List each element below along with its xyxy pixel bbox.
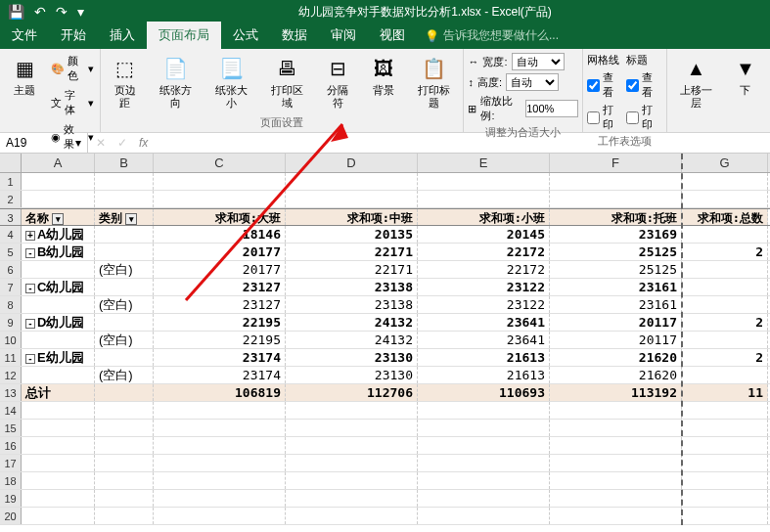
- row-header[interactable]: 20: [0, 508, 22, 524]
- cell[interactable]: 18146: [154, 226, 286, 243]
- row-header[interactable]: 5: [0, 244, 22, 260]
- cell[interactable]: [286, 455, 418, 471]
- cell[interactable]: [22, 261, 95, 278]
- cell[interactable]: 22171: [286, 261, 418, 278]
- cell[interactable]: [418, 437, 550, 454]
- cell[interactable]: [286, 472, 418, 489]
- colors-button[interactable]: 🎨颜色 ▾: [49, 53, 96, 84]
- row-header[interactable]: 4: [0, 226, 22, 243]
- cell[interactable]: 23122: [418, 279, 550, 295]
- cell[interactable]: 20177: [154, 261, 286, 278]
- cell[interactable]: -B幼儿园: [22, 244, 95, 260]
- cell[interactable]: [550, 472, 682, 489]
- cell[interactable]: 106819: [154, 384, 286, 401]
- cell[interactable]: 11: [682, 384, 768, 401]
- chevron-down-icon[interactable]: ▾: [75, 136, 81, 150]
- redo-icon[interactable]: ↷: [56, 4, 68, 20]
- breaks-button[interactable]: ⊟分隔符: [317, 51, 359, 113]
- cell[interactable]: [22, 490, 95, 507]
- cell[interactable]: 20145: [418, 226, 550, 243]
- cell[interactable]: 25125: [550, 261, 682, 278]
- cell[interactable]: 21613: [418, 349, 550, 366]
- cell[interactable]: [95, 490, 154, 507]
- qat-more-icon[interactable]: ▾: [77, 4, 84, 20]
- filter-icon[interactable]: ▾: [125, 213, 137, 225]
- name-box[interactable]: A19▾: [0, 133, 88, 153]
- filter-icon[interactable]: ▾: [52, 213, 64, 225]
- cell[interactable]: 23174: [154, 349, 286, 366]
- cell[interactable]: [95, 402, 154, 419]
- cell[interactable]: [550, 437, 682, 454]
- cell[interactable]: 23127: [154, 296, 286, 313]
- expand-icon[interactable]: +: [25, 231, 35, 241]
- cell[interactable]: [22, 455, 95, 471]
- tab-file[interactable]: 文件: [0, 22, 49, 49]
- cell[interactable]: (空白): [95, 367, 154, 383]
- cell[interactable]: [95, 384, 154, 401]
- cell[interactable]: 2: [682, 314, 768, 331]
- row-header[interactable]: 9: [0, 314, 22, 331]
- cell[interactable]: 求和项:大班: [154, 209, 286, 225]
- gridlines-print-check[interactable]: 打印: [587, 103, 622, 132]
- cell[interactable]: 23169: [550, 226, 682, 243]
- row-header[interactable]: 7: [0, 279, 22, 295]
- cell[interactable]: [22, 402, 95, 419]
- tab-page-layout[interactable]: 页面布局: [147, 22, 221, 49]
- cell[interactable]: [682, 296, 768, 313]
- cell[interactable]: [682, 455, 768, 471]
- cell[interactable]: 22195: [154, 314, 286, 331]
- bring-forward-button[interactable]: ▲上移一层: [671, 51, 721, 113]
- cell[interactable]: [22, 296, 95, 313]
- cell[interactable]: 23138: [286, 279, 418, 295]
- cell[interactable]: [286, 420, 418, 436]
- cell[interactable]: 21620: [550, 367, 682, 383]
- cell[interactable]: [95, 226, 154, 243]
- tell-me-box[interactable]: 💡 告诉我您想要做什么...: [417, 22, 566, 49]
- cell[interactable]: [286, 508, 418, 524]
- cell[interactable]: [418, 472, 550, 489]
- cell[interactable]: [154, 490, 286, 507]
- cell[interactable]: 112706: [286, 384, 418, 401]
- row-header[interactable]: 11: [0, 349, 22, 366]
- tab-data[interactable]: 数据: [270, 22, 319, 49]
- cell[interactable]: [286, 437, 418, 454]
- row-header[interactable]: 3: [0, 209, 22, 225]
- worksheet-grid[interactable]: A B C D E F G 123名称▾类别▾求和项:大班求和项:中班求和项:小…: [0, 154, 770, 525]
- cell[interactable]: 23130: [286, 349, 418, 366]
- cell[interactable]: [95, 279, 154, 295]
- cell[interactable]: 22172: [418, 261, 550, 278]
- cell[interactable]: [418, 191, 550, 207]
- cell[interactable]: [418, 420, 550, 436]
- tab-review[interactable]: 审阅: [319, 22, 368, 49]
- cell[interactable]: [418, 508, 550, 524]
- cell[interactable]: [154, 191, 286, 207]
- cell[interactable]: 23127: [154, 279, 286, 295]
- cell[interactable]: [418, 173, 550, 190]
- cell[interactable]: 求和项:总数: [682, 209, 768, 225]
- tab-insert[interactable]: 插入: [98, 22, 147, 49]
- cell[interactable]: 23641: [418, 332, 550, 348]
- cell[interactable]: [418, 490, 550, 507]
- cell[interactable]: [22, 508, 95, 524]
- cell[interactable]: 总计: [22, 384, 95, 401]
- col-header-D[interactable]: D: [286, 154, 418, 172]
- scale-input[interactable]: [525, 100, 578, 117]
- cell[interactable]: [682, 420, 768, 436]
- row-header[interactable]: 10: [0, 332, 22, 348]
- cell[interactable]: [682, 332, 768, 348]
- cell[interactable]: [95, 173, 154, 190]
- cell[interactable]: [550, 191, 682, 207]
- enter-icon[interactable]: ✓: [117, 136, 127, 150]
- print-area-button[interactable]: 🖶打印区域: [261, 51, 313, 113]
- cell[interactable]: [286, 490, 418, 507]
- row-header[interactable]: 6: [0, 261, 22, 278]
- cell[interactable]: 2: [682, 244, 768, 260]
- tab-view[interactable]: 视图: [368, 22, 417, 49]
- cell[interactable]: [682, 490, 768, 507]
- cell[interactable]: 类别▾: [95, 209, 154, 225]
- cell[interactable]: [95, 437, 154, 454]
- col-header-G[interactable]: G: [682, 154, 768, 172]
- gridlines-view-check[interactable]: 查看: [587, 70, 622, 100]
- fx-icon[interactable]: fx: [139, 136, 148, 150]
- cell[interactable]: [154, 437, 286, 454]
